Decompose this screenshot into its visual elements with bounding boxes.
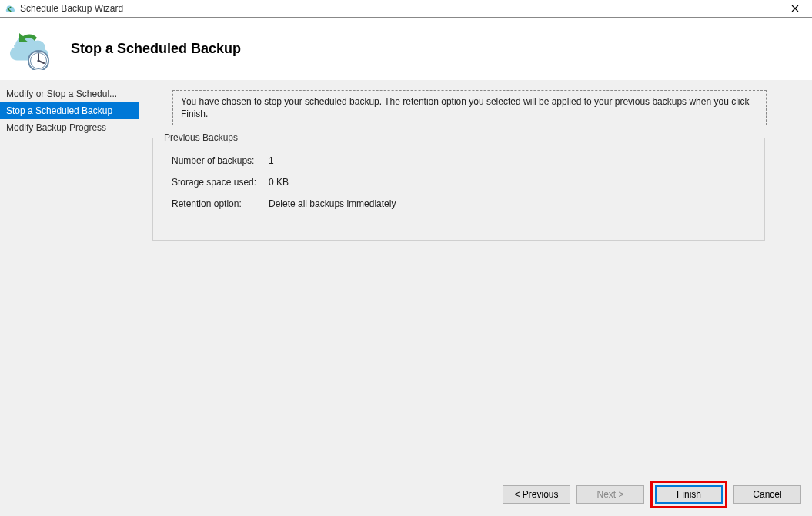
label-storage-space-used: Storage space used:	[172, 177, 269, 188]
next-button: Next >	[576, 485, 644, 504]
row-number-of-backups: Number of backups: 1	[172, 155, 750, 166]
intro-text: You have chosen to stop your scheduled b…	[172, 90, 767, 125]
finish-button-highlight: Finish	[650, 481, 727, 508]
wizard-body: Modify or Stop a Schedul... Stop a Sched…	[0, 80, 812, 516]
wizard-header: Stop a Scheduled Backup	[0, 18, 812, 80]
close-button[interactable]	[778, 0, 812, 17]
wizard-header-icon	[6, 28, 55, 70]
previous-button[interactable]: < Previous	[503, 485, 570, 504]
app-icon	[5, 3, 15, 14]
sidebar-item-stop-scheduled-backup[interactable]: Stop a Scheduled Backup	[0, 102, 139, 119]
label-number-of-backups: Number of backups:	[172, 155, 269, 166]
wizard-button-row: < Previous Next > Finish Cancel	[503, 481, 801, 508]
label-retention-option: Retention option:	[172, 198, 269, 209]
wizard-steps-sidebar: Modify or Stop a Schedul... Stop a Sched…	[0, 81, 139, 516]
sidebar-item-modify-backup-progress[interactable]: Modify Backup Progress	[0, 119, 139, 136]
finish-button[interactable]: Finish	[655, 485, 723, 504]
value-number-of-backups: 1	[269, 155, 274, 166]
row-retention-option: Retention option: Delete all backups imm…	[172, 198, 750, 209]
previous-backups-groupbox: Previous Backups Number of backups: 1 St…	[152, 138, 765, 241]
window-title: Schedule Backup Wizard	[20, 3, 123, 14]
row-storage-space-used: Storage space used: 0 KB	[172, 177, 750, 188]
value-retention-option: Delete all backups immediately	[269, 198, 396, 209]
wizard-content: You have chosen to stop your scheduled b…	[139, 81, 812, 516]
cancel-button[interactable]: Cancel	[733, 485, 801, 504]
sidebar-item-modify-or-stop[interactable]: Modify or Stop a Schedul...	[0, 85, 139, 102]
value-storage-space-used: 0 KB	[269, 177, 289, 188]
page-title: Stop a Scheduled Backup	[71, 41, 241, 57]
groupbox-legend: Previous Backups	[161, 132, 241, 143]
titlebar: Schedule Backup Wizard	[0, 0, 812, 18]
svg-point-4	[37, 59, 39, 62]
